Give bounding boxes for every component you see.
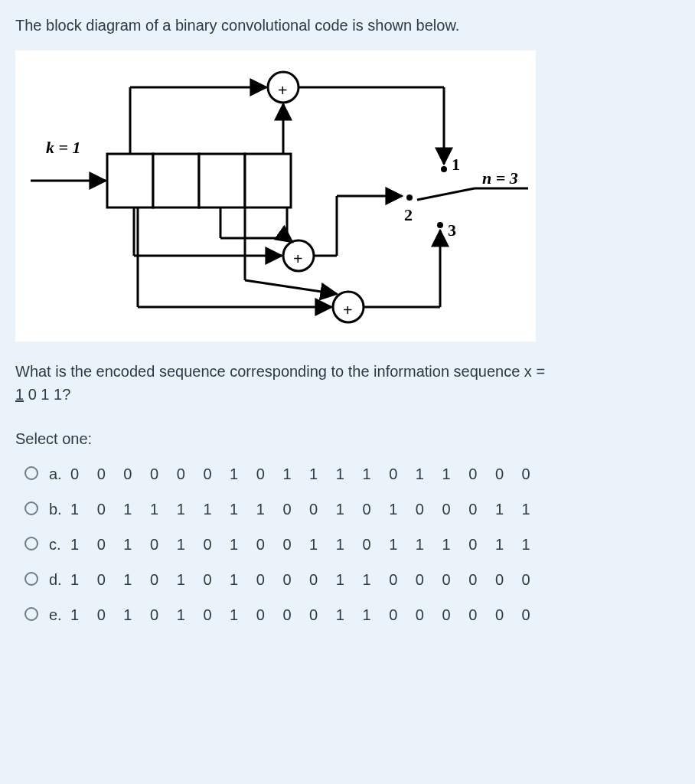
adder-bot-icon: + [343, 297, 353, 322]
switch-pos-2: 2 [404, 202, 413, 227]
adder-mid-icon: + [293, 246, 303, 271]
info-seq-first-bit: 1 [15, 386, 24, 403]
option-e[interactable]: e. 1 0 1 0 1 0 1 0 0 0 1 1 0 0 0 0 0 0 [24, 603, 680, 626]
option-letter: c. [49, 533, 70, 556]
svg-rect-3 [245, 154, 291, 207]
option-sequence: 0 0 0 0 0 0 1 0 1 1 1 1 0 1 1 0 0 0 [70, 462, 530, 485]
svg-rect-2 [199, 154, 245, 207]
option-c[interactable]: c. 1 0 1 0 1 0 1 0 0 1 1 0 1 1 1 0 1 1 [24, 533, 680, 556]
radio-icon[interactable] [24, 572, 38, 586]
block-diagram: k = 1 n = 3 1 2 3 + + + [15, 51, 536, 341]
option-sequence: 1 0 1 0 1 0 1 0 0 0 1 1 0 0 0 0 0 0 [70, 568, 530, 591]
option-d[interactable]: d. 1 0 1 0 1 0 1 0 0 0 1 1 0 0 0 0 0 0 [24, 568, 680, 591]
option-a[interactable]: a. 0 0 0 0 0 0 1 0 1 1 1 1 0 1 1 0 0 0 [24, 462, 680, 485]
option-letter: e. [49, 603, 70, 626]
switch-pos-3: 3 [448, 217, 456, 243]
n-label: n = 3 [482, 165, 518, 191]
option-sequence: 1 0 1 0 1 0 1 0 0 1 1 0 1 1 1 0 1 1 [70, 533, 530, 556]
svg-rect-0 [107, 154, 153, 207]
svg-point-30 [437, 222, 443, 228]
svg-rect-1 [153, 154, 199, 207]
radio-icon[interactable] [24, 607, 38, 621]
option-b[interactable]: b. 1 0 1 1 1 1 1 1 0 0 1 0 1 0 0 0 1 1 [24, 498, 680, 521]
option-sequence: 1 0 1 1 1 1 1 1 0 0 1 0 1 0 0 0 1 1 [70, 498, 530, 521]
radio-icon[interactable] [24, 466, 38, 480]
diagram-svg [15, 51, 536, 341]
radio-icon[interactable] [24, 501, 38, 515]
svg-point-29 [406, 194, 413, 201]
option-letter: d. [49, 568, 70, 591]
svg-line-25 [245, 280, 337, 294]
select-one-label: Select one: [15, 427, 680, 450]
question-text: What is the encoded sequence correspondi… [15, 360, 680, 406]
prompt-text: The block diagram of a binary convolutio… [15, 14, 680, 37]
svg-point-28 [441, 166, 447, 172]
switch-pos-1: 1 [452, 152, 460, 177]
option-sequence: 1 0 1 0 1 0 1 0 0 0 1 1 0 0 0 0 0 0 [70, 603, 530, 626]
adder-top-icon: + [278, 77, 288, 103]
option-letter: a. [49, 462, 70, 485]
option-letter: b. [49, 498, 70, 521]
radio-icon[interactable] [24, 537, 38, 550]
svg-line-31 [417, 188, 475, 200]
k-label: k = 1 [46, 135, 81, 160]
svg-line-17 [287, 238, 292, 242]
